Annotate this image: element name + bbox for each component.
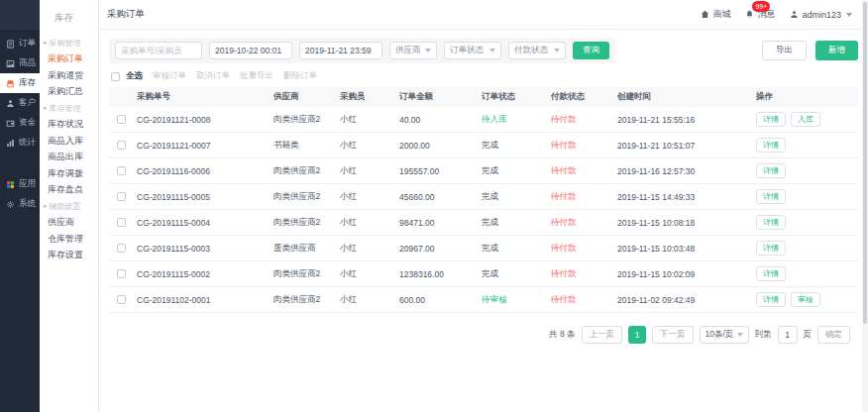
export-button[interactable]: 导出 (762, 41, 807, 60)
keyword-input[interactable] (115, 42, 202, 59)
cell-supplier: 蛋类供应商 (273, 243, 340, 255)
cell-amount: 2000.00 (399, 141, 482, 151)
sidebar-item-orders[interactable]: 订单 (0, 34, 40, 53)
secondary-menu-entry[interactable]: 库存盘点 (40, 182, 98, 199)
row-checkbox[interactable] (117, 244, 126, 253)
cell-purchaser: 小红 (340, 165, 399, 177)
row-action-button[interactable]: 详情 (756, 189, 786, 204)
filter-group: 供应商 订单状态 付款状态 查询 (109, 38, 615, 63)
secondary-menu-entry[interactable]: 仓库管理 (40, 231, 98, 248)
secondary-menu-entry[interactable]: 采购退货 (40, 67, 98, 84)
table-row: CG-20191115-0003 蛋类供应商 小红 20967.00 完成 待付… (109, 236, 858, 261)
row-checkbox[interactable] (117, 218, 126, 227)
secondary-menu-entry[interactable]: 商品入库 (40, 133, 98, 150)
add-button[interactable]: 新增 (815, 41, 858, 60)
current-page-button[interactable]: 1 (628, 326, 646, 344)
secondary-menu-entry[interactable]: 库存调拨 (40, 165, 98, 182)
cell-created: 2019-11-15 10:08:18 (617, 218, 756, 228)
secondary-menu-entry[interactable]: 辅助设置 (40, 198, 98, 215)
vertical-scrollbar (862, 0, 868, 412)
notification-badge: 99+ (752, 1, 770, 12)
select-all-checkbox[interactable] (111, 72, 120, 81)
chevron-down-icon (737, 333, 743, 337)
shop-link[interactable]: 商城 (701, 8, 730, 21)
table-header-row: 采购单号 供应商 采购员 订单金额 订单状态 付款状态 创建时间 操作 (109, 87, 858, 107)
pay-status-select[interactable]: 付款状态 (508, 42, 566, 59)
sidebar-item-statistics[interactable]: 统计 (0, 133, 40, 153)
row-action-button[interactable]: 详情 (756, 215, 786, 230)
row-action-button[interactable]: 详情 (756, 138, 786, 153)
row-checkbox[interactable] (117, 115, 126, 124)
row-checkbox[interactable] (117, 295, 126, 304)
secondary-menu-entry[interactable]: 供应商 (40, 215, 98, 232)
tab-purchase-orders[interactable]: 采购订单 (107, 8, 145, 21)
bulk-action-bar: 全选 审核订单取消订单批量导出删除订单 (111, 70, 858, 82)
sidebar-item-system[interactable]: 系统 (0, 194, 40, 214)
row-checkbox[interactable] (117, 192, 126, 201)
secondary-menu-entry[interactable]: 库存管理 (40, 100, 98, 117)
customer-icon (6, 99, 15, 108)
row-checkbox[interactable] (117, 269, 126, 278)
bulk-action-link[interactable]: 取消订单 (196, 70, 230, 82)
bulk-links: 审核订单取消订单批量导出删除订单 (153, 70, 317, 82)
bulk-action-link[interactable]: 审核订单 (153, 70, 186, 82)
cell-purchaser: 小红 (340, 294, 399, 306)
scrollbar-thumb[interactable] (863, 2, 867, 324)
cell-supplier: 肉类供应商2 (273, 114, 340, 126)
user-menu[interactable]: admin123 (790, 10, 852, 20)
col-created: 创建时间 (617, 91, 756, 103)
cell-pay-status: 待付款 (551, 268, 617, 280)
bulk-action-link[interactable]: 批量导出 (240, 70, 273, 82)
row-action-button[interactable]: 审核 (791, 292, 820, 307)
pay-status-select-value: 付款状态 (514, 45, 548, 56)
date-to-input[interactable] (299, 42, 382, 59)
row-action-button[interactable]: 详情 (756, 266, 786, 281)
secondary-menu-entry[interactable]: 商品出库 (40, 150, 98, 166)
goto-page-input[interactable] (778, 326, 798, 344)
apps-icon (6, 180, 15, 189)
date-from-input[interactable] (209, 42, 292, 59)
secondary-menu-entry[interactable]: 采购汇总 (40, 84, 98, 101)
cell-order-no: CG-20191121-0008 (137, 115, 273, 125)
messages-link[interactable]: 消息 99+ (745, 8, 775, 21)
secondary-menu-entry[interactable]: 库存状况 (40, 117, 98, 134)
cell-order-no: CG-20191121-0007 (137, 141, 273, 151)
goods-icon (6, 59, 15, 68)
cell-purchaser: 小红 (340, 114, 399, 126)
shop-link-label: 商城 (712, 8, 730, 21)
sidebar-item-apps[interactable]: 应用 (0, 174, 40, 194)
supplier-select[interactable]: 供应商 (389, 42, 437, 59)
cell-amount: 98471.00 (399, 218, 482, 228)
prev-page-button[interactable]: 上一页 (582, 326, 623, 344)
cell-created: 2019-11-15 14:49:33 (617, 192, 756, 202)
primary-sidebar: 订单 商品 库存 客户 资金 统计 (0, 0, 40, 412)
sidebar-item-goods[interactable]: 商品 (0, 53, 40, 73)
bulk-action-link[interactable]: 删除订单 (283, 70, 317, 82)
sidebar-item-label: 资金 (19, 117, 36, 129)
cell-supplier: 肉类供应商2 (273, 217, 340, 229)
cell-amount: 1238316.00 (399, 269, 482, 279)
order-status-select[interactable]: 订单状态 (444, 42, 501, 59)
cell-order-no: CG-20191115-0004 (137, 218, 273, 228)
sidebar-item-inventory[interactable]: 库存 (0, 73, 40, 93)
cell-order-status: 完成 (482, 140, 551, 152)
row-action-button[interactable]: 详情 (756, 292, 786, 307)
next-page-button[interactable]: 下一页 (652, 326, 694, 344)
row-action-button[interactable]: 入库 (791, 112, 820, 127)
row-checkbox[interactable] (117, 141, 126, 150)
row-checkbox[interactable] (117, 166, 126, 175)
secondary-menu-entry[interactable]: 采购订单 (40, 52, 98, 68)
secondary-menu-entry[interactable]: 采购管理 (40, 35, 98, 52)
row-action-button[interactable]: 详情 (756, 112, 786, 127)
sidebar-item-customers[interactable]: 客户 (0, 93, 40, 113)
table-row: CG-20191115-0002 肉类供应商2 小红 1238316.00 完成… (109, 261, 858, 287)
cell-order-no: CG-20191115-0002 (137, 269, 273, 279)
row-action-button[interactable]: 详情 (756, 163, 786, 178)
search-button[interactable]: 查询 (573, 42, 609, 59)
secondary-menu-entry[interactable]: 库存设置 (40, 248, 98, 264)
row-action-button[interactable]: 详情 (756, 241, 786, 256)
goto-confirm-button[interactable]: 确定 (817, 326, 850, 344)
cell-order-status: 完成 (482, 243, 551, 255)
sidebar-item-funds[interactable]: 资金 (0, 113, 40, 133)
page-size-select[interactable]: 10条/页 (700, 326, 749, 344)
